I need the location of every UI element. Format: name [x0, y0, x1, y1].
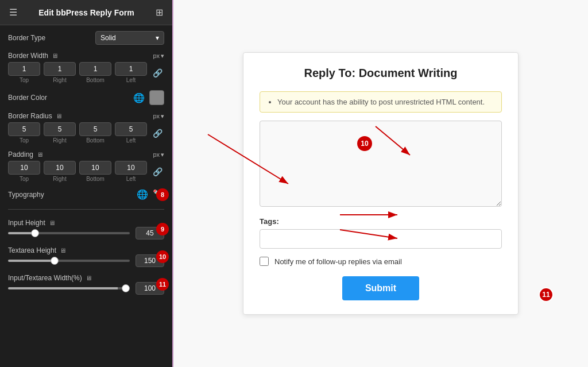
border-radius-bottom[interactable]	[79, 122, 111, 136]
br-bottom-wrapper: Bottom	[79, 122, 111, 144]
annotation-11-area: 11	[539, 287, 554, 302]
border-width-top[interactable]	[8, 62, 40, 76]
border-radius-unit[interactable]: px ▾	[153, 113, 164, 120]
border-radius-section: Border Radius 🖥 px ▾ Top Right	[8, 112, 164, 144]
border-width-inputs: Top Right Bottom Left 🔗	[8, 62, 164, 83]
textarea-height-slider[interactable]	[8, 260, 130, 262]
monitor-icon-th: 🖥	[60, 247, 66, 254]
border-width-header: Border Width 🖥 px ▾	[8, 52, 164, 60]
typography-label: Typography	[8, 191, 44, 199]
bw-left-wrapper: Left	[115, 62, 147, 83]
globe-icon-typo[interactable]: 🌐	[137, 189, 148, 200]
monitor-icon-pad: 🖥	[37, 151, 43, 158]
info-box: Your account has the ability to post unr…	[260, 91, 502, 113]
border-color-controls: 🌐	[133, 90, 164, 105]
br-right-wrapper: Right	[44, 122, 76, 144]
input-height-slider-row	[8, 227, 164, 239]
textarea-height-slider-row	[8, 254, 164, 267]
padding-right[interactable]	[44, 161, 76, 175]
notify-checkbox[interactable]	[260, 257, 269, 266]
badge-10: 10	[156, 250, 169, 263]
input-height-slider[interactable]	[8, 232, 130, 234]
badge-11: 11	[156, 278, 169, 291]
border-width-right[interactable]	[44, 62, 76, 76]
form-title: Reply To: Document Writing	[260, 67, 502, 80]
bw-top-wrapper: Top	[8, 62, 40, 83]
padding-top[interactable]	[8, 161, 40, 175]
border-radius-inputs: Top Right Bottom Left 🔗	[8, 122, 164, 144]
textarea-height-label: Textarea Height 🖥	[8, 246, 66, 254]
border-width-left[interactable]	[115, 62, 147, 76]
monitor-icon-ih: 🖥	[49, 219, 55, 226]
border-width-bottom[interactable]	[79, 62, 111, 76]
border-radius-header: Border Radius 🖥 px ▾	[8, 112, 164, 120]
right-panel: 10 11 Reply To: Document Writing Your ac…	[173, 0, 588, 367]
info-text: Your account has the ability to post unr…	[277, 98, 493, 106]
border-type-label: Border Type	[8, 34, 45, 42]
tags-input[interactable]	[260, 229, 502, 249]
globe-icon-bc[interactable]: 🌐	[133, 92, 145, 103]
chevron-down-icon: ▾	[156, 34, 159, 42]
border-width-label: Border Width 🖥	[8, 52, 58, 60]
divider-1	[8, 209, 164, 210]
border-type-select[interactable]: Solid ▾	[95, 31, 164, 45]
padding-inputs: Top Right Bottom Left 🔗	[8, 161, 164, 182]
form-card: Reply To: Document Writing Your account …	[243, 52, 519, 315]
badge-9: 9	[156, 223, 169, 235]
border-radius-right[interactable]	[44, 122, 76, 136]
header-right-icons: ⊞	[154, 6, 164, 19]
padding-unit[interactable]: px ▾	[153, 151, 164, 159]
typography-section: Typography 🌐 ✏️ 8	[8, 189, 164, 200]
width-slider[interactable]	[8, 287, 130, 289]
border-type-row: Border Type Solid ▾	[8, 31, 164, 45]
padding-label: Padding 🖥	[8, 150, 43, 159]
border-color-row: Border Color 🌐	[8, 90, 164, 105]
notify-row: Notify me of follow-up replies via email	[260, 257, 502, 266]
pad-top-wrapper: Top	[8, 161, 40, 182]
submit-button[interactable]: Submit	[342, 276, 419, 300]
padding-section: Padding 🖥 px ▾ Top Right	[8, 150, 164, 182]
panel-header: ☰ Edit bbPress Reply Form ⊞	[0, 0, 172, 25]
reply-textarea[interactable]	[260, 121, 502, 207]
badge-8: 8	[156, 188, 169, 201]
left-panel: ☰ Edit bbPress Reply Form ⊞ Border Type …	[0, 0, 172, 367]
monitor-icon-br: 🖥	[56, 113, 62, 119]
padding-left[interactable]	[115, 161, 147, 175]
input-height-header: Input Height 🖥	[8, 219, 164, 227]
padding-bottom[interactable]	[79, 161, 111, 175]
pad-left-wrapper: Left	[115, 161, 147, 182]
link-icon-pad[interactable]: 🔗	[150, 167, 164, 176]
border-color-swatch[interactable]	[149, 90, 164, 105]
width-header: Input/Textarea Width(%) 🖥	[8, 274, 164, 282]
link-icon-br[interactable]: 🔗	[150, 129, 164, 138]
width-slider-row	[8, 282, 164, 295]
pad-right-wrapper: Right	[44, 161, 76, 182]
monitor-icon-w: 🖥	[86, 275, 92, 281]
header-left-icons: ☰	[8, 6, 18, 19]
annotation-badge-11: 11	[539, 287, 554, 302]
menu-icon[interactable]: ☰	[8, 6, 18, 19]
panel-title: Edit bbPress Reply Form	[38, 8, 134, 17]
border-width-unit[interactable]: px ▾	[153, 52, 164, 60]
chevron-down-icon-bw: ▾	[161, 52, 164, 60]
border-radius-top[interactable]	[8, 122, 40, 136]
bw-bottom-wrapper: Bottom	[79, 62, 111, 83]
border-radius-left[interactable]	[115, 122, 147, 136]
typography-row: Typography 🌐 ✏️	[8, 189, 164, 200]
panel-content: Border Type Solid ▾ Border Width 🖥 px ▾	[0, 25, 172, 300]
input-height-label: Input Height 🖥	[8, 219, 55, 227]
width-section: Input/Textarea Width(%) 🖥 11	[8, 274, 164, 295]
border-radius-label: Border Radius 🖥	[8, 112, 62, 120]
padding-header: Padding 🖥 px ▾	[8, 150, 164, 159]
chevron-down-icon-pad: ▾	[161, 151, 164, 159]
textarea-height-section: Textarea Height 🖥 10	[8, 246, 164, 267]
border-color-label: Border Color	[8, 94, 47, 102]
tags-label: Tags:	[260, 217, 502, 226]
chevron-down-icon-br: ▾	[161, 113, 164, 120]
link-icon-bw[interactable]: 🔗	[150, 68, 164, 78]
width-label: Input/Textarea Width(%) 🖥	[8, 274, 92, 282]
monitor-icon-bw: 🖥	[52, 52, 58, 59]
grid-icon[interactable]: ⊞	[154, 6, 164, 19]
textarea-height-header: Textarea Height 🖥	[8, 246, 164, 254]
bw-right-wrapper: Right	[44, 62, 76, 83]
